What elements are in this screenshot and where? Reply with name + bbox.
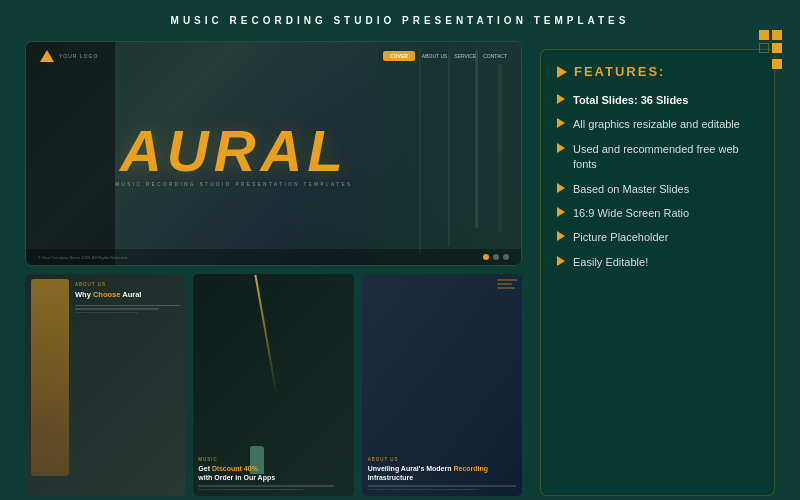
sp2-tag: MUSIC	[198, 457, 348, 462]
dot-1[interactable]	[483, 254, 489, 260]
sp1-content: ABOUT US Why Choose Aural	[75, 282, 180, 488]
deco-sq-5	[772, 59, 782, 69]
sp1-tag: ABOUT US	[75, 282, 180, 287]
page-title: MUSIC RECORDING STUDIO PRESENTATION TEMP…	[171, 15, 630, 26]
deco-squares-top-right	[759, 30, 782, 69]
feature-item-4: Based on Master Slides	[557, 182, 758, 197]
dot-2[interactable]	[493, 254, 499, 260]
sp1-title: Why Choose Aural	[75, 290, 180, 300]
deco-sq-3	[759, 43, 769, 53]
small-previews-row: ABOUT US Why Choose Aural MU	[25, 274, 522, 496]
preview-nav-items: COVER ABOUT US SERVICE CONTACT	[383, 51, 507, 61]
sp2-title: Get Discount 40%	[198, 464, 348, 473]
sp3-deco	[497, 279, 517, 289]
nav-item-service: SERVICE	[454, 53, 476, 59]
feature-item-7: Easily Editable!	[557, 255, 758, 270]
small-preview-2: MUSIC Get Discount 40% with Order in Our…	[193, 274, 353, 496]
deco-sq-2	[772, 30, 782, 40]
nav-item-cover: COVER	[383, 51, 415, 61]
dot-3[interactable]	[503, 254, 509, 260]
feature-arrow-2-icon	[557, 118, 565, 128]
deco-sq-1	[759, 30, 769, 40]
feature-text-1: Total Slides: 36 Slides	[573, 93, 688, 108]
brand-subtitle: MUSIC RECORDING STUDIO PRESENTATION TEMP…	[115, 182, 352, 187]
main-content: YOUR LOGO COVER ABOUT US SERVICE CONTACT…	[0, 36, 800, 500]
feature-arrow-3-icon	[557, 143, 565, 153]
preview-left-overlay	[26, 42, 115, 265]
preview-logo: YOUR LOGO	[40, 50, 98, 62]
small-preview-3: ABOUT US Unveiling Aural's Modern Record…	[362, 274, 522, 496]
feature-text-5: 16:9 Wide Screen Ratio	[573, 206, 689, 221]
sp2-content: MUSIC Get Discount 40% with Order in Our…	[198, 457, 348, 490]
main-slide-preview: YOUR LOGO COVER ABOUT US SERVICE CONTACT…	[25, 41, 522, 266]
brand-name-aural: AURAL	[120, 117, 348, 184]
feature-item-3: Used and recommended free web fonts	[557, 142, 758, 173]
nav-item-contact: CONTACT	[483, 53, 507, 59]
sp2-title-2: with Order in Our Apps	[198, 473, 348, 482]
nav-item-about: ABOUT US	[422, 53, 447, 59]
feature-arrow-7-icon	[557, 256, 565, 266]
preview-navbar: YOUR LOGO COVER ABOUT US SERVICE CONTACT	[26, 50, 521, 62]
features-title: FEATURES:	[557, 64, 758, 79]
feature-text-6: Picture Placeholder	[573, 230, 668, 245]
sp3-title: Unveiling Aural's Modern Recording	[368, 464, 516, 473]
logo-text: YOUR LOGO	[59, 53, 98, 59]
feature-text-7: Easily Editable!	[573, 255, 648, 270]
concert-spotlight	[255, 275, 278, 396]
feature-text-3: Used and recommended free web fonts	[573, 142, 758, 173]
feature-item-5: 16:9 Wide Screen Ratio	[557, 206, 758, 221]
preview-dots	[483, 254, 509, 260]
sp3-content: ABOUT US Unveiling Aural's Modern Record…	[368, 457, 516, 490]
small-preview-1: ABOUT US Why Choose Aural	[25, 274, 185, 496]
feature-arrow-4-icon	[557, 183, 565, 193]
feature-arrow-1-icon	[557, 94, 565, 104]
top-banner: MUSIC RECORDING STUDIO PRESENTATION TEMP…	[0, 0, 800, 36]
feature-item-2: All graphics resizable and editable	[557, 117, 758, 132]
preview-bottom-bar: © Your Company Name 2023, All Rights Res…	[26, 249, 521, 265]
features-title-arrow-icon	[557, 66, 567, 78]
feature-text-2: All graphics resizable and editable	[573, 117, 740, 132]
left-section: YOUR LOGO COVER ABOUT US SERVICE CONTACT…	[25, 41, 522, 496]
person-silhouette	[31, 279, 69, 476]
feature-arrow-6-icon	[557, 231, 565, 241]
feature-arrow-5-icon	[557, 207, 565, 217]
preview-copyright: © Your Company Name 2023, All Rights Res…	[38, 255, 128, 260]
right-section: FEATURES: Total Slides: 36 Slides All gr…	[540, 41, 775, 496]
feature-item-6: Picture Placeholder	[557, 230, 758, 245]
sp1-lines	[75, 305, 180, 314]
features-title-text: FEATURES:	[574, 64, 665, 79]
sp3-tag: ABOUT US	[368, 457, 516, 462]
deco-sq-4	[772, 43, 782, 53]
features-box: FEATURES: Total Slides: 36 Slides All gr…	[540, 49, 775, 496]
logo-triangle-icon	[40, 50, 54, 62]
feature-text-4: Based on Master Slides	[573, 182, 689, 197]
feature-item-1: Total Slides: 36 Slides	[557, 93, 758, 108]
sp3-title-2: Infrastructure	[368, 473, 516, 482]
